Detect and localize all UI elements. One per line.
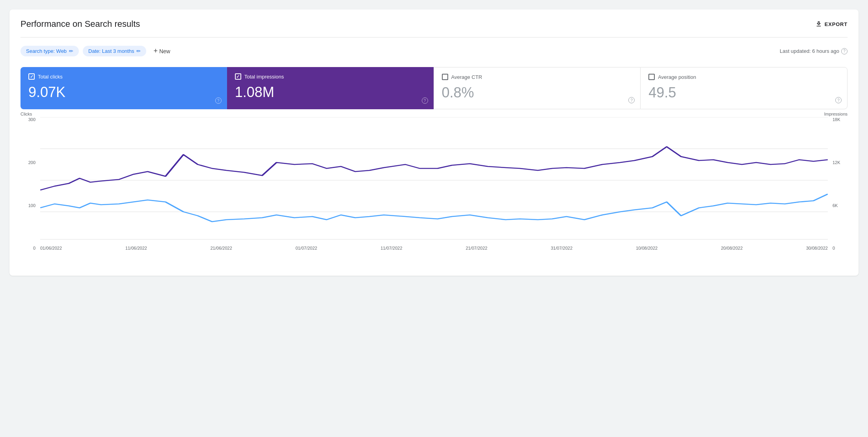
metrics-row: Total clicks 9.07K ? Total impressions 1… xyxy=(20,67,848,109)
x-label-4: 11/07/2022 xyxy=(381,246,402,250)
y-axis-left-title: Clicks xyxy=(20,112,32,116)
metric-label-impressions: Total impressions xyxy=(244,74,284,80)
metric-checkbox-impressions[interactable] xyxy=(235,73,241,80)
x-label-5: 21/07/2022 xyxy=(466,246,487,250)
metric-value-clicks: 9.07K xyxy=(28,84,219,101)
help-icon-ctr[interactable]: ? xyxy=(628,97,635,103)
metric-card-header-clicks: Total clicks xyxy=(28,73,219,80)
plus-icon: + xyxy=(153,47,158,55)
clicks-line xyxy=(40,194,828,222)
help-icon-position[interactable]: ? xyxy=(835,97,842,103)
date-filter[interactable]: Date: Last 3 months ✏ xyxy=(83,46,146,56)
metric-card-header-ctr: Average CTR xyxy=(442,74,633,80)
x-label-9: 30/08/2022 xyxy=(806,246,828,250)
page-container: Performance on Search results EXPORT Sea… xyxy=(9,9,859,276)
metric-card-avg-position[interactable]: Average position 49.5 ? xyxy=(640,67,848,109)
x-label-8: 20/08/2022 xyxy=(721,246,743,250)
metric-label-position: Average position xyxy=(658,74,696,80)
impressions-line xyxy=(40,147,828,190)
x-label-1: 11/06/2022 xyxy=(125,246,147,250)
y-label-left-0: 300 xyxy=(28,117,35,122)
y-label-left-1: 200 xyxy=(28,160,35,165)
metric-card-avg-ctr[interactable]: Average CTR 0.8% ? xyxy=(434,67,641,109)
metric-help-impressions: ? xyxy=(422,97,428,104)
new-label: New xyxy=(159,48,170,54)
metric-card-total-clicks[interactable]: Total clicks 9.07K ? xyxy=(20,67,227,109)
header-divider xyxy=(20,37,848,37)
chart-lines-svg xyxy=(40,117,828,243)
y-label-right-3: 0 xyxy=(833,246,835,250)
metric-help-position: ? xyxy=(835,96,842,104)
metric-checkbox-position[interactable] xyxy=(648,74,655,80)
chart-container: Clicks Impressions 300 200 100 0 18K 12K… xyxy=(20,113,848,266)
x-label-6: 31/07/2022 xyxy=(551,246,572,250)
last-updated-help-icon[interactable]: ? xyxy=(841,48,848,54)
x-label-2: 21/06/2022 xyxy=(210,246,232,250)
y-label-left-3: 0 xyxy=(33,246,35,250)
x-label-3: 01/07/2022 xyxy=(296,246,317,250)
y-label-right-0: 18K xyxy=(833,117,840,122)
metric-checkbox-clicks[interactable] xyxy=(28,73,35,80)
metric-card-header-position: Average position xyxy=(648,74,839,80)
x-labels: 01/06/2022 11/06/2022 21/06/2022 01/07/2… xyxy=(40,246,828,250)
help-icon-impressions[interactable]: ? xyxy=(422,97,428,104)
last-updated: Last updated: 6 hours ago ? xyxy=(780,48,848,54)
y-label-left-2: 100 xyxy=(28,203,35,208)
date-label: Date: Last 3 months xyxy=(88,48,134,54)
metric-value-impressions: 1.08M xyxy=(235,84,426,101)
metric-help-ctr: ? xyxy=(628,96,635,104)
metric-card-header-impressions: Total impressions xyxy=(235,73,426,80)
export-button[interactable]: EXPORT xyxy=(815,21,848,28)
metric-value-position: 49.5 xyxy=(648,84,839,101)
x-label-7: 10/08/2022 xyxy=(636,246,658,250)
export-icon xyxy=(815,21,822,28)
metric-label-ctr: Average CTR xyxy=(451,74,482,80)
metric-value-ctr: 0.8% xyxy=(442,84,633,101)
x-label-0: 01/06/2022 xyxy=(40,246,62,250)
filter-row: Search type: Web ✏ Date: Last 3 months ✏… xyxy=(20,45,848,58)
y-label-right-1: 12K xyxy=(833,160,840,165)
pencil-icon: ✏ xyxy=(69,48,73,54)
metric-help-clicks: ? xyxy=(215,97,222,104)
metric-label-clicks: Total clicks xyxy=(38,74,63,80)
page-title: Performance on Search results xyxy=(20,19,140,29)
search-type-filter[interactable]: Search type: Web ✏ xyxy=(20,46,79,56)
metric-checkbox-ctr[interactable] xyxy=(442,74,448,80)
help-icon-clicks[interactable]: ? xyxy=(215,97,222,104)
y-labels-left: 300 200 100 0 xyxy=(20,117,39,250)
chart-svg xyxy=(40,117,828,243)
new-button[interactable]: + New xyxy=(150,45,173,58)
metric-card-total-impressions[interactable]: Total impressions 1.08M ? xyxy=(227,67,434,109)
header-row: Performance on Search results EXPORT xyxy=(20,19,848,29)
y-axis-right-title: Impressions xyxy=(824,112,848,116)
y-label-right-2: 6K xyxy=(833,203,838,208)
y-labels-right: 18K 12K 6K 0 xyxy=(829,117,848,250)
pencil-icon-date: ✏ xyxy=(136,48,141,54)
search-type-label: Search type: Web xyxy=(26,48,67,54)
